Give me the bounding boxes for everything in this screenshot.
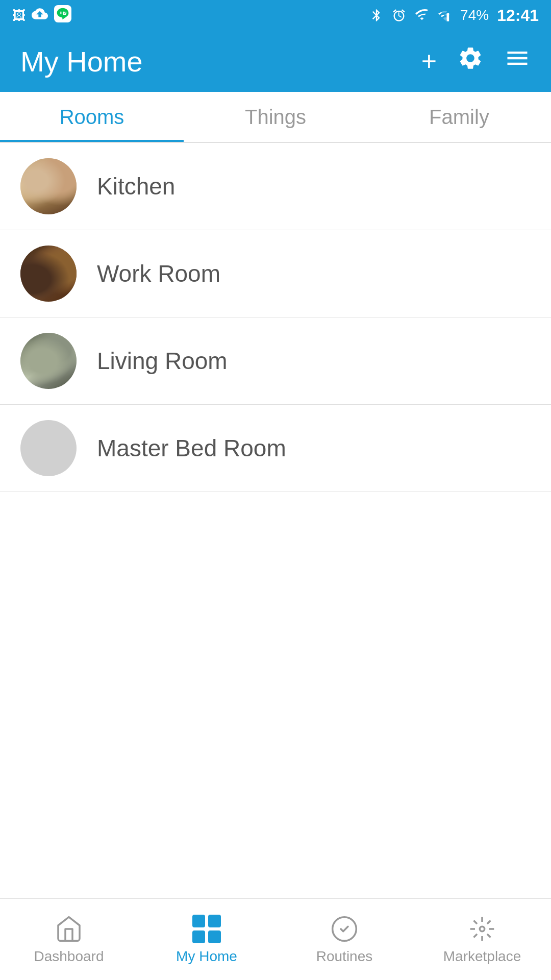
room-avatar-kitchen (20, 158, 77, 214)
bottom-nav: Dashboard My Home Routines Marke (0, 898, 551, 980)
room-item-masterbedroom[interactable]: Master Bed Room (0, 405, 551, 492)
myhome-grid-icon (192, 915, 221, 943)
room-list: Kitchen Work Room Living Room Master Bed… (0, 143, 551, 492)
status-bar: 🖼 (0, 0, 551, 31)
add-button[interactable]: + (421, 46, 437, 77)
nav-label-marketplace: Marketplace (443, 948, 521, 965)
nav-item-routines[interactable]: Routines (276, 915, 413, 965)
dashboard-icon (55, 915, 83, 943)
tab-things[interactable]: Things (184, 92, 367, 142)
line-icon (54, 5, 71, 26)
room-item-livingroom[interactable]: Living Room (0, 317, 551, 405)
room-name-livingroom: Living Room (97, 347, 228, 375)
alarm-icon (392, 8, 406, 22)
settings-icon[interactable] (457, 45, 484, 78)
grid-cell-3 (192, 930, 205, 943)
room-name-masterbedroom: Master Bed Room (97, 434, 286, 462)
nav-label-routines: Routines (316, 948, 373, 965)
room-name-kitchen: Kitchen (97, 173, 175, 200)
menu-icon[interactable] (504, 45, 531, 78)
svg-line-10 (487, 920, 491, 924)
room-item-kitchen[interactable]: Kitchen (0, 143, 551, 230)
room-avatar-masterbedroom (20, 420, 77, 476)
grid-cell-1 (192, 915, 205, 927)
svg-line-8 (487, 934, 491, 937)
page-title: My Home (20, 45, 143, 78)
cloud-upload-icon (32, 6, 48, 26)
room-name-workroom: Work Room (97, 260, 220, 287)
marketplace-icon (468, 915, 496, 943)
tab-bar: Rooms Things Family (0, 92, 551, 143)
svg-point-2 (480, 926, 484, 931)
status-time: 12:41 (497, 6, 539, 25)
signal-icon (438, 8, 452, 22)
status-bar-left-icons: 🖼 (12, 5, 71, 26)
status-bar-right-icons: 74% 12:41 (369, 6, 539, 25)
header: My Home + (0, 31, 551, 92)
battery-level: 74% (460, 7, 489, 23)
tab-family[interactable]: Family (367, 92, 551, 142)
nav-label-myhome: My Home (176, 948, 237, 965)
room-avatar-workroom (20, 246, 77, 302)
nav-item-marketplace[interactable]: Marketplace (413, 915, 551, 965)
bluetooth-icon (369, 8, 384, 22)
grid-cell-2 (208, 915, 221, 927)
nav-item-dashboard[interactable]: Dashboard (0, 915, 138, 965)
image-icon: 🖼 (12, 8, 26, 23)
routines-icon (330, 915, 359, 943)
livingroom-photo (20, 333, 77, 389)
wifi-icon (414, 8, 430, 22)
tab-rooms[interactable]: Rooms (0, 92, 184, 142)
svg-line-7 (474, 920, 478, 924)
grid-cell-4 (208, 930, 221, 943)
nav-item-myhome[interactable]: My Home (138, 915, 276, 965)
svg-line-9 (474, 934, 478, 937)
nav-label-dashboard: Dashboard (34, 948, 104, 965)
kitchen-photo (20, 158, 77, 214)
room-avatar-livingroom (20, 333, 77, 389)
header-actions: + (421, 45, 531, 78)
workroom-photo (20, 246, 77, 302)
room-item-workroom[interactable]: Work Room (0, 230, 551, 317)
